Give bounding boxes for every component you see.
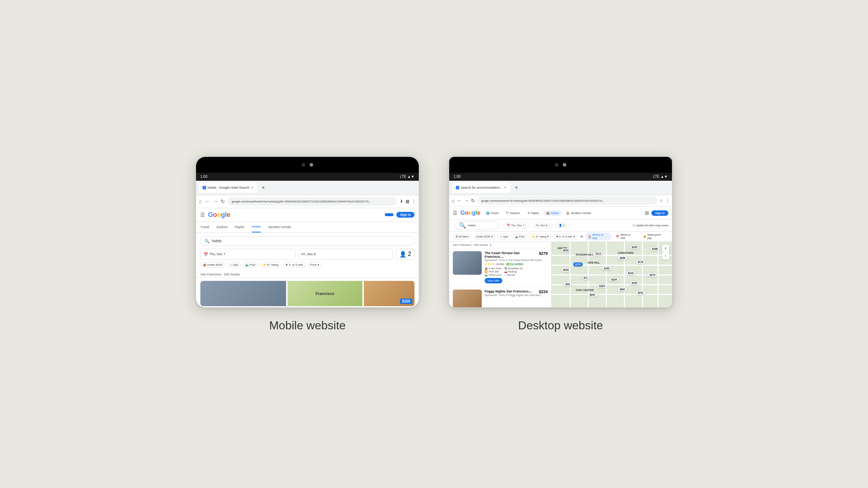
desktop-search-bar[interactable]: 🔍 hotels — [455, 221, 498, 230]
desktop-bookmark-icon[interactable]: ☆ — [659, 198, 663, 203]
hamburger-icon[interactable]: ☰ — [200, 212, 205, 218]
what-youll-pay-tab[interactable]: 💰 What you'll pay — [640, 232, 668, 240]
map-price-3[interactable]: $288 — [618, 256, 627, 260]
mobile-hotel-card[interactable]: Francisco $159 The Goldrush Inn San Fran… — [196, 278, 419, 307]
back-icon[interactable]: ← — [205, 198, 210, 204]
mobile-tab-hotels[interactable]: Hotels — [252, 222, 261, 232]
desktop-guests-field[interactable]: 👤 2 › — [556, 223, 570, 228]
mobile-checkin-field[interactable]: 📅 Thu, Dec 7 — [200, 249, 295, 260]
map-price-14[interactable]: $567 — [618, 287, 627, 291]
map-price-17[interactable]: $125 — [630, 245, 639, 249]
desktop-back-icon[interactable]: ← — [456, 198, 461, 204]
desktop-tab-flights[interactable]: ✈ Flights — [524, 210, 542, 216]
download-icon[interactable]: ⬇ — [400, 199, 403, 204]
mobile-filter-price[interactable]: Price ▾ — [308, 262, 322, 267]
map-price-16[interactable]: $241 — [636, 291, 645, 295]
mobile-filter-spa[interactable]: ♨ Spa — [227, 262, 241, 267]
sign-in-label[interactable]: Sign in — [396, 212, 414, 218]
mobile-tab-flights[interactable]: Flights — [235, 222, 244, 232]
mobile-tab-travel[interactable]: Travel — [200, 222, 209, 232]
mobile-browser-tab[interactable]: hotels - Google Hotel Search ✕ — [199, 183, 258, 193]
map-price-19[interactable]: $240 — [561, 268, 571, 272]
desktop-filter-spa[interactable]: ♨ Spa — [497, 234, 510, 239]
desktop-tab-hotels[interactable]: 🏨 Hotels — [543, 210, 562, 216]
mobile-sign-in-button[interactable] — [385, 213, 393, 216]
desktop-filter-rating[interactable]: ⭐ 4+ rating ▾ — [529, 234, 551, 239]
map-price-2[interactable]: $113 — [594, 252, 603, 256]
map-price-11[interactable]: $55 — [564, 282, 572, 286]
map-price-10[interactable]: $272 — [648, 273, 657, 277]
update-map-checkbox[interactable]: ☐ Update list when map moves — [633, 224, 668, 227]
desktop-hamburger-icon[interactable]: ☰ — [453, 210, 458, 216]
desktop-new-tab-icon[interactable]: + — [512, 184, 520, 191]
reload-icon[interactable]: ↻ — [221, 198, 225, 204]
mobile-url-text: google.com/travel/hotels?q=hotels&g2lb=2… — [231, 200, 371, 203]
more-icon[interactable]: ⋮ — [412, 199, 416, 204]
desktop-tab-vacation[interactable]: 🏠 Vacation rentals — [563, 210, 594, 216]
map-price-15[interactable]: $291 — [588, 293, 597, 297]
map-price-8[interactable]: $71 — [582, 276, 590, 280]
desktop-forward-icon[interactable]: → — [464, 198, 469, 204]
desktop-grid-icon[interactable]: ⊞ — [645, 210, 649, 216]
desktop-sign-in-button[interactable]: Sign in — [651, 210, 668, 216]
forward-icon[interactable]: → — [213, 198, 218, 204]
zoom-out-button[interactable]: − — [662, 252, 669, 260]
map-price-1[interactable]: $930 — [561, 248, 571, 252]
zoom-in-button[interactable]: + — [662, 245, 669, 252]
desktop-browser-tab[interactable]: Search for accommodation... ✕ — [452, 183, 510, 193]
map-price-9[interactable]: $239 — [609, 278, 619, 282]
mobile-tab-explore[interactable]: Explore — [217, 222, 228, 232]
desktop-hotel-item-2[interactable]: Foggy Nights San Francisco.... $234 Spon… — [449, 287, 551, 307]
desktop-hotel-item-1[interactable]: The Coast Terrace San Francisco.... $279… — [449, 248, 551, 287]
desktop-tab-close[interactable]: ✕ — [504, 186, 507, 189]
map-price-5[interactable]: $153 — [602, 266, 612, 270]
filter-close-icon[interactable]: ✕ — [580, 235, 583, 239]
desktop-reload-icon[interactable]: ↻ — [471, 198, 475, 204]
mobile-url-bar[interactable]: google.com/travel/hotels?q=hotels&g2lb=2… — [228, 197, 397, 206]
desktop-more-icon[interactable]: ⋮ — [665, 198, 670, 203]
map-price-18[interactable]: $288 — [650, 247, 660, 251]
tab-close-icon[interactable]: ✕ — [251, 186, 254, 189]
desktop-status-signal: LTE ▲▼ — [653, 175, 668, 179]
desktop-tab-travel[interactable]: 🌍 Travel — [483, 210, 501, 216]
desktop-header-actions: ⊞ Sign in — [645, 210, 668, 216]
when-to-visit-tab[interactable]: 📅 When to visit — [613, 232, 638, 240]
mobile-checkout-field[interactable]: Fri, Dec 8 — [298, 249, 393, 260]
mobile-search-text: hotels — [212, 239, 222, 243]
amenity-parking: 🚗 Parking — [504, 270, 523, 273]
amenity-star-class: 🏨 4-star hotel — [485, 267, 501, 270]
cast-icon[interactable]: ▦ — [405, 199, 409, 204]
mobile-guests-field[interactable]: 👤 2 — [396, 249, 414, 260]
desktop-tab-explore[interactable]: 🔭 Explore — [503, 210, 523, 216]
desktop-url-bar[interactable]: google.com/travel/search?q=hotels&g2lb=2… — [477, 196, 657, 205]
mobile-filter-rating[interactable]: ⭐ 4+ rating — [260, 262, 281, 267]
desktop-checkin-text: Thu, Dec 7 — [511, 224, 524, 227]
tab-favicon-icon — [203, 186, 206, 189]
map-price-13[interactable]: $163 — [630, 281, 639, 285]
tablet-dot-center — [310, 163, 313, 167]
desktop-filter-all[interactable]: ⚙ All filters — [453, 234, 471, 239]
desktop-view-offer-btn[interactable]: View offer — [485, 278, 502, 283]
mobile-filter-star[interactable]: ★ 4- or 5-star — [283, 262, 305, 267]
desktop-hotel-info-1: The Coast Terrace San Francisco.... $279… — [485, 251, 548, 283]
desktop-checkout-field[interactable]: Fri, Dec 8 › — [532, 223, 553, 228]
desktop-home-icon[interactable]: ⌂ — [451, 198, 454, 204]
mobile-filter-wi[interactable]: 🏨 Under $150 — [200, 262, 225, 267]
map-price-4-active[interactable]: $179 — [573, 262, 583, 266]
desktop-filter-price[interactable]: Under $150 ▾ — [473, 234, 495, 239]
desktop-filter-star[interactable]: ★ 4- or 5-star ▾ — [553, 234, 577, 239]
mobile-search-bar[interactable]: 🔍 hotels — [200, 236, 414, 246]
desktop-filter-pool[interactable]: 🏊 Pool — [512, 234, 527, 239]
desktop-checkin-field[interactable]: 📅 Thu, Dec 7 › — [503, 223, 529, 228]
home-icon[interactable]: ⌂ — [199, 198, 202, 204]
mobile-tab-vacation[interactable]: Vacation rentals — [268, 222, 291, 232]
map-price-12[interactable]: $229 — [597, 284, 607, 288]
desktop-browser-tabbar: Search for accommodation... ✕ + — [449, 181, 672, 195]
desktop-map[interactable]: MASON RUSSIAN HILL NOB HILL CHINATOWN CI… — [552, 242, 672, 307]
map-price-6[interactable]: $119 — [636, 260, 645, 264]
where-to-stay-tab[interactable]: 🏠 Where to stay — [585, 232, 612, 240]
results-info-icon[interactable]: ℹ — [490, 243, 491, 247]
map-price-7[interactable]: $244 — [626, 271, 636, 275]
new-tab-icon[interactable]: + — [260, 184, 267, 191]
mobile-filter-pool[interactable]: 🏊 Pool — [243, 262, 258, 267]
